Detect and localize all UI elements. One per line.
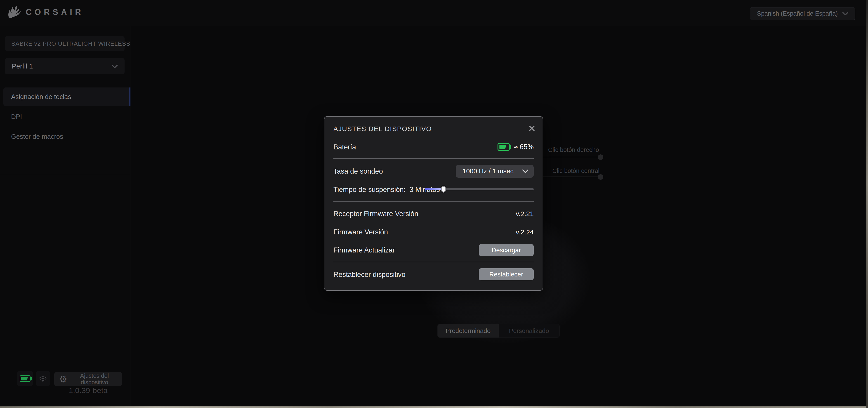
wireless-status-tile: [36, 371, 50, 386]
device-name-label: SABRE v2 PRO ULTRALIGHT WIRELESS: [11, 40, 130, 47]
polling-rate-dropdown[interactable]: 1000 Hz / 1 msec: [456, 165, 534, 178]
sidebar-item-key-assignments[interactable]: Asignación de teclas: [3, 88, 130, 106]
gear-icon: ⚙: [59, 375, 67, 384]
modal-divider: [333, 262, 534, 262]
firmware-update-label: Firmware Actualizar: [333, 246, 395, 254]
sleep-time-slider[interactable]: [425, 186, 534, 193]
firmware-label: Firmware Versión: [333, 228, 388, 236]
view-toggle-default[interactable]: Predeterminado: [438, 324, 499, 338]
wifi-icon: [38, 375, 48, 382]
sidebar-item-label: Gestor de macros: [11, 133, 63, 140]
profile-dropdown-value: Perfil 1: [12, 62, 33, 70]
battery-level-icon: [20, 375, 31, 382]
language-dropdown-value: Spanish (Español de España): [757, 10, 838, 17]
battery-value: ≈ 65%: [514, 143, 534, 151]
callout-label-middle-click: Clic botón central: [552, 167, 599, 175]
sidebar: SABRE v2 PRO ULTRALIGHT WIRELESS Perfil …: [0, 26, 130, 408]
chevron-down-icon: [112, 65, 118, 68]
modal-divider: [333, 201, 534, 202]
reset-device-label: Restablecer dispositivo: [333, 271, 405, 279]
callout-label-right-click: Clic botón derecho: [548, 147, 599, 154]
sidebar-battery-fill: [21, 377, 28, 380]
chevron-down-icon: [842, 12, 848, 15]
device-settings-modal: AJUSTES DEL DISPOSITIVO Batería ≈ 65% Ta…: [324, 116, 543, 291]
brand-wordmark: CORSAIR: [26, 7, 84, 17]
corsair-logo: CORSAIR: [7, 5, 84, 20]
sidebar-item-label: DPI: [11, 113, 22, 121]
download-button[interactable]: Descargar: [479, 244, 534, 256]
chevron-down-icon: [522, 169, 528, 173]
callout-dot-right-click: [598, 154, 603, 160]
receiver-firmware-label: Receptor Firmware Versión: [333, 210, 418, 218]
callout-dot-middle-click: [598, 174, 603, 180]
top-bar: CORSAIR Spanish (Español de España): [0, 0, 868, 26]
sleep-time-label: Tiempo de suspensión: 3 Minutos: [333, 186, 440, 194]
device-settings-button-label-line2: dispositivo: [81, 379, 108, 386]
polling-rate-label: Tasa de sondeo: [333, 167, 383, 176]
polling-rate-value: 1000 Hz / 1 msec: [463, 167, 514, 175]
sleep-slider-fill: [425, 188, 443, 190]
app-version: 1.0.39-beta: [54, 386, 122, 395]
battery-status: ≈ 65%: [498, 143, 534, 151]
battery-label: Batería: [333, 143, 356, 151]
modal-title: AJUSTES DEL DISPOSITIVO: [333, 125, 432, 133]
view-toggle-custom[interactable]: Personalizado: [499, 324, 560, 338]
modal-divider: [333, 158, 534, 159]
receiver-firmware-version: v.2.21: [516, 210, 534, 218]
reset-button[interactable]: Restablecer: [479, 268, 534, 280]
sidebar-item-macro-manager[interactable]: Gestor de macros: [3, 127, 130, 146]
firmware-version: v.2.24: [516, 228, 534, 236]
sidebar-item-dpi[interactable]: DPI: [3, 107, 130, 126]
battery-status-tile: [17, 371, 33, 386]
language-dropdown[interactable]: Spanish (Español de España): [750, 7, 855, 20]
device-settings-button[interactable]: ⚙ Ajustes del dispositivo: [54, 372, 122, 386]
device-settings-button-label-line1: Ajustes del: [80, 372, 109, 379]
battery-icon: [498, 143, 510, 151]
close-button[interactable]: [528, 125, 535, 132]
profile-dropdown[interactable]: Perfil 1: [5, 58, 125, 74]
screen-edge-right: [866, 0, 868, 408]
device-name-box: SABRE v2 PRO ULTRALIGHT WIRELESS: [5, 36, 125, 51]
view-toggle: Predeterminado Personalizado: [437, 324, 560, 338]
sleep-slider-thumb[interactable]: [441, 186, 446, 193]
close-icon: [528, 125, 535, 132]
modal-battery-fill: [499, 145, 506, 149]
corsair-sails-icon: [7, 5, 22, 20]
screen-edge-bottom: [0, 406, 868, 408]
sidebar-item-label: Asignación de teclas: [11, 93, 71, 101]
